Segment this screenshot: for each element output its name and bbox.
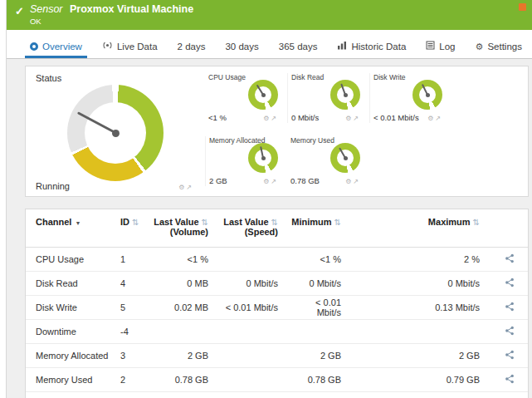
live-data-icon: [102, 41, 113, 52]
gauge-goto-icon[interactable]: ↗: [271, 115, 278, 122]
tab-overview[interactable]: Overview: [25, 39, 87, 58]
tab-label: Overview: [42, 42, 82, 52]
gauge-hub: [261, 156, 266, 160]
gauge-gear-icon[interactable]: ⚙: [263, 178, 271, 185]
sort-icon: ⇅: [334, 218, 341, 227]
status-gauge: [67, 85, 164, 181]
tab-log[interactable]: Log: [421, 38, 460, 58]
table-row: Disk Write 5 0.02 MB < 0.01 Mbit/s < 0.0…: [26, 296, 528, 320]
channel-options-icon[interactable]: [505, 350, 515, 360]
table-header-row: Channel▼ ID⇅ Last Value⇅ (Volume) Last V…: [26, 209, 528, 248]
max-cell: 2 %: [353, 254, 491, 264]
channel-options-icon[interactable]: [505, 278, 515, 287]
gauges-panel: Status Running ⚙↗ CPU Usage: [25, 66, 529, 197]
id-cell: 4: [119, 278, 154, 288]
gauge-block-memory-allocated: Memory Allocated 2 GB ⚙↗: [205, 136, 280, 186]
gauge-gear-icon[interactable]: ⚙: [345, 115, 353, 122]
column-label: Last Value: [154, 217, 198, 227]
speed-cell: 0 Mbit/s: [220, 278, 290, 288]
historic-data-icon: [337, 41, 347, 52]
column-header-minimum[interactable]: Minimum⇅: [290, 217, 353, 227]
min-cell: 0.78 GB: [290, 375, 353, 385]
sensor-header: ✓ Sensor Proxmox Virtual Machine OK: [7, 0, 532, 30]
sensor-page: ✓ Sensor Proxmox Virtual Machine OK Over…: [0, 0, 532, 398]
column-label: Maximum: [428, 217, 471, 227]
table-row: Status 0 Running Running Running: [26, 392, 528, 398]
gauge-block-memory-used: Memory Used 0.78 GB ⚙↗: [287, 136, 362, 186]
volume-cell: 0.78 GB: [154, 375, 220, 385]
channel-options-icon[interactable]: [505, 253, 515, 263]
column-header-last-value-volume[interactable]: Last Value⇅ (Volume): [154, 217, 220, 238]
main-column: ✓ Sensor Proxmox Virtual Machine OK Over…: [7, 0, 532, 398]
sort-active-icon: ▼: [75, 220, 81, 226]
tab-historic-data[interactable]: Historic Data: [332, 38, 411, 58]
gauge-gear-icon[interactable]: ⚙: [178, 184, 186, 191]
channel-options-icon[interactable]: [505, 326, 515, 336]
column-header-channel[interactable]: Channel▼: [26, 217, 119, 227]
column-header-maximum[interactable]: Maximum⇅: [353, 217, 491, 227]
gauge-hub: [344, 93, 348, 97]
content-area: Status Running ⚙↗ CPU Usage: [7, 59, 532, 398]
gauge-gear-icon[interactable]: ⚙: [263, 115, 271, 122]
status-gauge-hub: [112, 130, 120, 137]
min-cell: < 0.01 Mbit/s: [290, 297, 353, 317]
tab-live-data[interactable]: Live Data: [97, 38, 163, 58]
table-row: Downtime -4: [26, 320, 528, 344]
gauge-label: Memory Used: [290, 136, 334, 145]
gauge-goto-icon[interactable]: ↗: [353, 178, 360, 185]
column-header-id[interactable]: ID⇅: [119, 217, 154, 227]
min-cell: <1 %: [290, 254, 353, 264]
tab-bar: Overview Live Data 2 days 30 days 365 da…: [7, 30, 532, 59]
max-cell: 0.13 Mbit/s: [353, 302, 491, 312]
tab-label: 30 days: [225, 42, 258, 52]
sensor-header-text: Sensor Proxmox Virtual Machine OK: [30, 3, 193, 26]
gauge-goto-icon[interactable]: ↗: [435, 115, 442, 122]
tab-settings[interactable]: ⚙ Settings: [471, 39, 527, 58]
gauge-goto-icon[interactable]: ↗: [186, 184, 193, 191]
channel-cell: Memory Used: [26, 375, 119, 385]
tab-label: Settings: [487, 42, 522, 52]
gauge-action-icons: ⚙↗: [263, 115, 278, 122]
gauge-value: <1 %: [208, 113, 227, 122]
gauge-action-icons: ⚙↗: [178, 184, 193, 191]
table-row: Memory Allocated 3 2 GB 2 GB 2 GB: [26, 344, 528, 368]
gauge-hub: [261, 93, 266, 97]
min-cell: 2 GB: [290, 351, 353, 361]
channel-cell: Disk Write: [26, 302, 119, 312]
sort-icon: ⇅: [202, 218, 208, 227]
gauge-value: 0.78 GB: [290, 176, 320, 185]
tab-30-days[interactable]: 30 days: [220, 39, 263, 58]
gauge-goto-icon[interactable]: ↗: [271, 178, 278, 185]
table-row: CPU Usage 1 <1 % <1 % 2 %: [26, 248, 528, 272]
gauge-gear-icon[interactable]: ⚙: [427, 115, 435, 122]
tab-2-days[interactable]: 2 days: [173, 39, 211, 58]
disk-read-gauge: [330, 80, 360, 110]
channel-options-icon[interactable]: [505, 302, 515, 312]
sort-icon: ⇅: [132, 218, 139, 227]
sensor-title-line: Sensor Proxmox Virtual Machine: [30, 3, 193, 16]
header-flag-icon[interactable]: [519, 3, 526, 11]
disk-write-gauge: [412, 80, 442, 110]
id-cell: 2: [119, 375, 154, 385]
max-cell: 0.79 GB: [353, 375, 491, 385]
tab-365-days[interactable]: 365 days: [274, 39, 323, 58]
id-cell: -4: [119, 327, 154, 337]
status-check-icon: ✓: [15, 5, 24, 17]
column-label: Channel: [36, 217, 71, 227]
column-header-last-value-speed[interactable]: Last Value⇅ (Speed): [220, 217, 290, 238]
gauge-action-icons: ⚙↗: [263, 178, 278, 185]
table-row: Disk Read 4 0 MB 0 Mbit/s 0 Mbit/s 0 Mbi…: [26, 272, 528, 296]
column-sublabel: (Speed): [220, 227, 278, 238]
gauge-hub: [344, 156, 348, 160]
status-gauge-label: Status: [36, 73, 195, 83]
volume-cell: 2 GB: [154, 351, 220, 361]
cpu-usage-gauge: [248, 80, 278, 110]
gauge-gear-icon[interactable]: ⚙: [345, 178, 353, 185]
small-gauges-grid: CPU Usage <1 % ⚙↗ Disk Read: [195, 73, 520, 189]
channel-options-icon[interactable]: [505, 374, 515, 384]
gauge-block-disk-read: Disk Read 0 Mbit/s ⚙↗: [287, 73, 362, 123]
gauge-block-disk-write: Disk Write < 0.01 Mbit/s ⚙↗: [369, 73, 444, 123]
gauge-goto-icon[interactable]: ↗: [353, 115, 360, 122]
volume-cell: <1 %: [154, 254, 220, 264]
gauge-value: 0 Mbit/s: [291, 113, 319, 122]
